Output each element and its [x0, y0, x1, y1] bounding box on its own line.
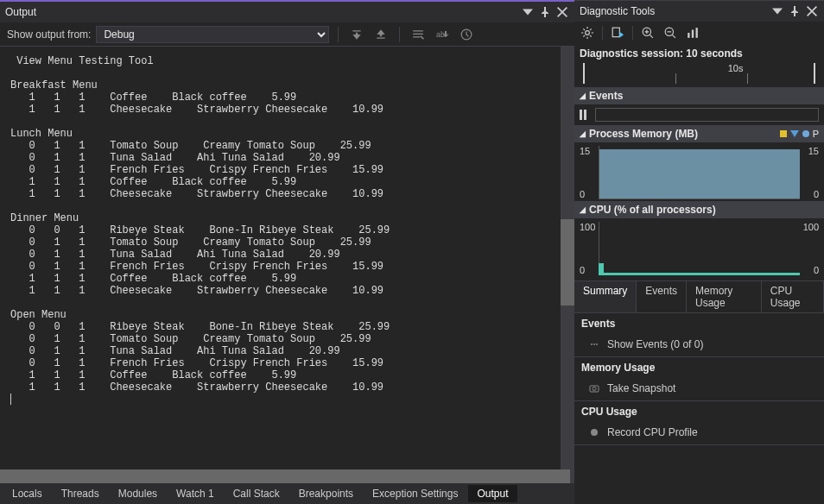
collapse-icon: ◢	[580, 205, 586, 214]
show-events-label: Show Events (0 of 0)	[607, 338, 703, 350]
svg-rect-6	[688, 33, 689, 38]
summary-events-section: Events Show Events (0 of 0)	[574, 313, 824, 357]
svg-point-13	[593, 387, 596, 391]
cpu-ytick-bot-right: 0	[814, 265, 819, 275]
svg-rect-7	[692, 30, 694, 38]
show-events-link[interactable]: Show Events (0 of 0)	[574, 334, 824, 356]
collapse-icon: ◢	[580, 91, 586, 100]
memory-chart[interactable]: 15 0 15 0	[580, 146, 819, 199]
tab-watch-1[interactable]: Watch 1	[168, 485, 223, 502]
tab-breakpoints[interactable]: Breakpoints	[290, 485, 362, 502]
snapshot-legend-icon	[790, 130, 799, 137]
svg-point-9	[591, 343, 593, 345]
ruler-tick-10s: 10s	[728, 63, 744, 73]
private-bytes-legend-icon	[802, 130, 809, 137]
cpu-ytick-top-left: 100	[580, 222, 595, 232]
summary-events-head: Events	[574, 313, 824, 334]
svg-point-2	[586, 31, 590, 35]
summary-memory-head: Memory Usage	[574, 357, 824, 378]
svg-rect-3	[612, 28, 619, 37]
divider	[399, 27, 400, 42]
memory-label: Process Memory (MB)	[589, 128, 698, 140]
events-section-header[interactable]: ◢ Events	[574, 87, 824, 104]
cpu-ytick-top-right: 100	[803, 222, 819, 232]
timestamp-icon[interactable]	[457, 25, 476, 44]
show-output-from-label: Show output from:	[7, 28, 91, 41]
diag-tab-strip: SummaryEventsMemory UsageCPU Usage	[574, 280, 824, 313]
svg-point-11	[596, 343, 598, 345]
pin-icon[interactable]	[788, 4, 802, 18]
output-title: Output	[5, 6, 521, 18]
diag-tab-cpu-usage[interactable]: CPU Usage	[762, 281, 824, 312]
summary-memory-section: Memory Usage Take Snapshot	[574, 357, 824, 401]
close-icon[interactable]	[805, 4, 819, 18]
cpu-chart[interactable]: 100 0 100 0	[580, 222, 819, 275]
diagnostic-tools-panel: Diagnostic Tools Diagnostics session: 10…	[574, 0, 824, 504]
collapse-icon: ◢	[580, 129, 586, 138]
output-toolbar: Show output from: Debug ab	[0, 22, 574, 47]
summary-cpu-section: CPU Usage Record CPU Profile	[574, 401, 824, 445]
mem-ytick-bot-left: 0	[580, 189, 585, 199]
cpu-section-header[interactable]: ◢ CPU (% of all processors)	[574, 201, 824, 218]
text-caret	[10, 394, 11, 405]
diag-tab-events[interactable]: Events	[637, 281, 687, 312]
zoom-out-icon[interactable]	[662, 25, 678, 41]
bottom-tab-strip: LocalsThreadsModulesWatch 1Call StackBre…	[0, 483, 574, 504]
output-titlebar: Output	[0, 2, 574, 22]
select-tools-icon[interactable]	[610, 25, 625, 41]
tab-modules[interactable]: Modules	[110, 485, 166, 502]
tab-locals[interactable]: Locals	[3, 485, 51, 502]
cpu-line-icon	[599, 273, 800, 275]
cpu-label: CPU (% of all processors)	[589, 204, 716, 216]
window-dropdown-icon[interactable]	[770, 4, 784, 18]
take-snapshot-label: Take Snapshot	[607, 382, 675, 394]
diag-tab-summary[interactable]: Summary	[574, 281, 637, 312]
zoom-in-icon[interactable]	[640, 25, 656, 41]
session-duration-label: Diagnostics session: 10 seconds	[574, 44, 824, 61]
svg-rect-8	[696, 28, 698, 38]
diag-toolbar	[574, 22, 824, 44]
pin-icon[interactable]	[538, 5, 552, 19]
pause-icon[interactable]	[580, 110, 590, 120]
prev-message-icon[interactable]	[347, 25, 366, 44]
diag-title: Diagnostic Tools	[580, 5, 770, 17]
mem-ytick-bot-right: 0	[814, 189, 819, 199]
gc-legend-icon	[780, 130, 787, 137]
divider	[338, 27, 339, 42]
record-icon	[588, 426, 600, 438]
events-timeline[interactable]	[595, 108, 819, 122]
tab-output[interactable]: Output	[468, 485, 517, 502]
vertical-scrollbar[interactable]	[561, 47, 574, 469]
diag-titlebar: Diagnostic Tools	[574, 1, 824, 22]
horizontal-scrollbar[interactable]	[0, 469, 574, 483]
svg-point-14	[591, 429, 598, 436]
tab-exception-settings[interactable]: Exception Settings	[364, 485, 466, 502]
clear-all-icon[interactable]	[409, 25, 428, 44]
events-label: Events	[589, 90, 623, 102]
cpu-ytick-bot-left: 0	[580, 265, 585, 275]
events-track	[574, 104, 824, 125]
next-message-icon[interactable]	[371, 25, 390, 44]
time-ruler[interactable]: 10s	[580, 63, 819, 84]
filter-icon	[588, 338, 600, 350]
close-icon[interactable]	[555, 5, 569, 19]
output-text-area[interactable]: View Menu Testing Tool Breakfast Menu 1 …	[0, 47, 574, 469]
settings-icon[interactable]	[580, 25, 595, 41]
legend-p: P	[813, 129, 819, 139]
mem-ytick-top-right: 15	[808, 146, 819, 156]
output-source-select[interactable]: Debug	[96, 26, 329, 43]
reset-view-icon[interactable]	[685, 25, 700, 41]
take-snapshot-link[interactable]: Take Snapshot	[574, 378, 824, 400]
output-panel: Output Show output from: Debug ab View M…	[0, 0, 574, 504]
tab-threads[interactable]: Threads	[53, 485, 108, 502]
summary-cpu-head: CPU Usage	[574, 401, 824, 422]
diag-tab-memory-usage[interactable]: Memory Usage	[687, 281, 762, 312]
svg-point-10	[593, 343, 595, 345]
tab-call-stack[interactable]: Call Stack	[225, 485, 288, 502]
memory-section-header[interactable]: ◢ Process Memory (MB) P	[574, 125, 824, 142]
camera-icon	[588, 382, 600, 394]
toggle-wrap-icon[interactable]: ab	[433, 25, 452, 44]
record-cpu-link[interactable]: Record CPU Profile	[574, 422, 824, 444]
record-cpu-label: Record CPU Profile	[607, 426, 698, 438]
window-dropdown-icon[interactable]	[521, 5, 535, 19]
